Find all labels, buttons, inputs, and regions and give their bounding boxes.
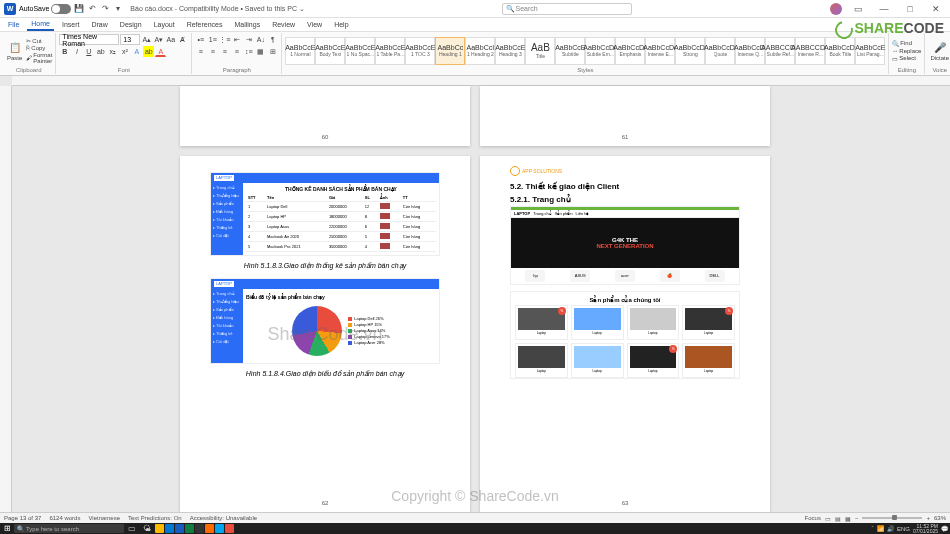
highlight-icon[interactable]: ab <box>143 46 154 57</box>
style-item[interactable]: AaBbCcI1 Heading 2 <box>465 37 495 65</box>
taskbar-app-browser[interactable] <box>225 524 234 533</box>
tray-lang[interactable]: ENG <box>897 526 910 532</box>
borders-icon[interactable]: ⊞ <box>267 46 278 57</box>
styles-gallery[interactable]: AaBbCcE1 NormalAaBbCcEBody TextAaBbCcE1 … <box>285 37 885 65</box>
qat-dropdown-icon[interactable]: ▾ <box>113 4 123 14</box>
style-item[interactable]: AaBbCcDcIntense E... <box>645 37 675 65</box>
select-button[interactable]: ▭ Select <box>892 55 921 62</box>
style-item[interactable]: AaBbCcDtBook Title <box>825 37 855 65</box>
style-item[interactable]: AABBCCDEIntense R... <box>795 37 825 65</box>
undo-icon[interactable]: ↶ <box>87 4 97 14</box>
view-read-icon[interactable]: ▭ <box>825 515 831 522</box>
numbering-icon[interactable]: 1≡ <box>207 34 218 45</box>
redo-icon[interactable]: ↷ <box>100 4 110 14</box>
text-effects-icon[interactable]: A <box>131 46 142 57</box>
font-color-icon[interactable]: A <box>155 46 166 57</box>
bold-button[interactable]: B <box>59 46 70 57</box>
grow-font-icon[interactable]: A▴ <box>141 34 152 45</box>
font-size-select[interactable]: 13 <box>120 34 140 45</box>
tab-references[interactable]: References <box>183 19 227 30</box>
format-painter-button[interactable]: 🖌 Format Painter <box>26 52 52 64</box>
close-button[interactable]: ✕ <box>926 0 946 18</box>
strike-button[interactable]: ab <box>95 46 106 57</box>
search-input[interactable]: 🔍 Search <box>502 3 632 15</box>
sort-icon[interactable]: A↓ <box>255 34 266 45</box>
style-item[interactable]: AaBbCcEHeading 3 <box>495 37 525 65</box>
tray-volume-icon[interactable]: 🔊 <box>887 525 894 532</box>
tab-insert[interactable]: Insert <box>58 19 84 30</box>
view-web-icon[interactable]: ▦ <box>845 515 851 522</box>
taskbar-app-explorer[interactable] <box>155 524 164 533</box>
status-lang[interactable]: Vietnamese <box>88 515 120 521</box>
vertical-ruler[interactable] <box>0 86 12 512</box>
document-canvas[interactable]: 60 ShareCode.vn LAPTOP ▸ Trang chủ▸ Thươ… <box>0 76 950 512</box>
zoom-slider[interactable] <box>862 517 922 519</box>
tab-review[interactable]: Review <box>268 19 299 30</box>
page-63[interactable]: APP SOLUTIONS 5.2. Thiết kế giao diện Cl… <box>480 156 770 512</box>
style-item[interactable]: AaBbCcE1 TOC 3 <box>405 37 435 65</box>
bullets-icon[interactable]: •≡ <box>195 34 206 45</box>
toggle-switch-icon[interactable] <box>51 4 71 14</box>
shading-icon[interactable]: ▦ <box>255 46 266 57</box>
style-item[interactable]: AaBbCcE1 Normal <box>285 37 315 65</box>
task-view-icon[interactable]: ▭ <box>125 523 139 534</box>
status-words[interactable]: 6124 words <box>49 515 80 521</box>
user-avatar[interactable] <box>830 3 842 15</box>
taskbar-app-edge[interactable] <box>165 524 174 533</box>
subscript-button[interactable]: x₂ <box>107 46 118 57</box>
clear-format-icon[interactable]: A̸ <box>177 34 188 45</box>
justify-icon[interactable]: ≡ <box>231 46 242 57</box>
taskbar-app-word[interactable] <box>175 524 184 533</box>
align-center-icon[interactable]: ≡ <box>207 46 218 57</box>
style-item[interactable]: AaBbCcHeading 1 <box>435 37 465 65</box>
style-item[interactable]: AaBbCcESubtitle <box>555 37 585 65</box>
style-item[interactable]: AaBbCcDtQuote <box>705 37 735 65</box>
focus-button[interactable]: Focus <box>805 515 821 521</box>
autosave-toggle[interactable]: AutoSave <box>19 4 71 14</box>
zoom-out-button[interactable]: − <box>855 515 859 521</box>
taskbar-app-terminal[interactable] <box>195 524 204 533</box>
style-item[interactable]: AaBbCcEBody Text <box>315 37 345 65</box>
style-item[interactable]: AaBbCcE1 Table Pa... <box>375 37 405 65</box>
start-button[interactable]: ⊞ <box>2 523 13 534</box>
tab-view[interactable]: View <box>303 19 326 30</box>
tab-layout[interactable]: Layout <box>150 19 179 30</box>
taskbar-search[interactable]: 🔍Type here to search <box>14 524 124 533</box>
replace-button[interactable]: ↔ Replace <box>892 48 921 54</box>
style-item[interactable]: AaBbCcE1 No Spac... <box>345 37 375 65</box>
change-case-icon[interactable]: Aa <box>165 34 176 45</box>
weather-widget[interactable]: 🌤 <box>140 523 154 534</box>
decrease-indent-icon[interactable]: ⇤ <box>231 34 242 45</box>
underline-button[interactable]: U <box>83 46 94 57</box>
page-60[interactable]: 60 <box>180 86 470 146</box>
tray-chevron-icon[interactable]: ˄ <box>871 525 874 532</box>
tray-notifications-icon[interactable]: 💬 <box>941 525 948 532</box>
dictate-button[interactable]: 🎤Dictate <box>928 39 950 62</box>
tab-draw[interactable]: Draw <box>87 19 111 30</box>
find-button[interactable]: 🔍 Find <box>892 40 921 47</box>
zoom-in-button[interactable]: + <box>926 515 930 521</box>
cut-button[interactable]: ✂ Cut <box>26 37 52 44</box>
save-icon[interactable]: 💾 <box>74 4 84 14</box>
style-item[interactable]: AaBbCcDcSubtle Em... <box>585 37 615 65</box>
copy-button[interactable]: ⎘ Copy <box>26 45 52 51</box>
taskbar-app-excel[interactable] <box>185 524 194 533</box>
tray-network-icon[interactable]: 📶 <box>877 525 884 532</box>
tab-home[interactable]: Home <box>27 18 54 31</box>
style-item[interactable]: AaBbCcEList Parag... <box>855 37 885 65</box>
status-page[interactable]: Page 13 of 37 <box>4 515 41 521</box>
increase-indent-icon[interactable]: ⇥ <box>243 34 254 45</box>
status-accessibility[interactable]: Accessibility: Unavailable <box>190 515 257 521</box>
horizontal-ruler[interactable] <box>12 76 950 86</box>
paste-button[interactable]: 📋 Paste <box>5 39 24 62</box>
page-61[interactable]: 61 <box>480 86 770 146</box>
style-item[interactable]: AaBbCcDcEmphasis <box>615 37 645 65</box>
align-left-icon[interactable]: ≡ <box>195 46 206 57</box>
font-name-select[interactable]: Times New Roman <box>59 34 119 45</box>
tab-design[interactable]: Design <box>116 19 146 30</box>
align-right-icon[interactable]: ≡ <box>219 46 230 57</box>
taskbar-app-other[interactable] <box>205 524 214 533</box>
line-spacing-icon[interactable]: ↕≡ <box>243 46 254 57</box>
view-print-icon[interactable]: ▤ <box>835 515 841 522</box>
ribbon-display-icon[interactable]: ▭ <box>848 0 868 18</box>
